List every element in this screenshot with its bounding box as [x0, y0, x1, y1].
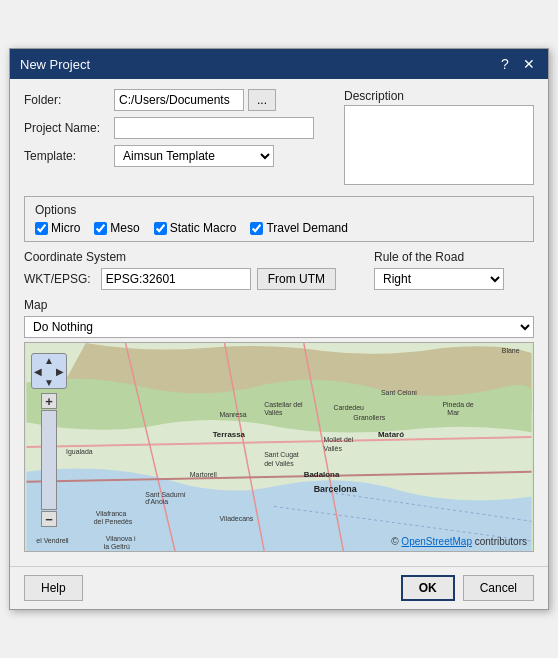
ok-button[interactable]: OK [401, 575, 455, 601]
template-select[interactable]: Aimsun Template [114, 145, 274, 167]
cancel-button[interactable]: Cancel [463, 575, 534, 601]
meso-checkbox[interactable] [94, 222, 107, 235]
top-section: Folder: ... Project Name: Template: Aims… [24, 89, 534, 188]
micro-label: Micro [51, 221, 80, 235]
options-legend: Options [35, 203, 523, 217]
travel-demand-label: Travel Demand [266, 221, 348, 235]
svg-text:Barcelona: Barcelona [314, 484, 358, 494]
title-bar: New Project ? ✕ [10, 49, 548, 79]
static-macro-label: Static Macro [170, 221, 237, 235]
rule-of-road-section: Rule of the Road Right Left [374, 250, 534, 290]
description-section: Description [344, 89, 534, 188]
pan-left-icon[interactable]: ◀ [32, 365, 44, 377]
map-controls: ▲ ▼ ◀ ▶ + − [31, 353, 67, 527]
svg-text:Sant Cugat: Sant Cugat [264, 451, 299, 459]
svg-text:del Penedès: del Penedès [94, 518, 133, 525]
project-name-label: Project Name: [24, 121, 114, 135]
map-container: Manresa Sant Celoni Igualada Terrassa Sa… [24, 342, 534, 552]
help-icon-button[interactable]: ? [496, 55, 514, 73]
dialog-title: New Project [20, 57, 90, 72]
svg-text:Mar: Mar [447, 409, 460, 416]
map-svg: Manresa Sant Celoni Igualada Terrassa Sa… [25, 343, 533, 551]
from-utm-button[interactable]: From UTM [257, 268, 336, 290]
template-label: Template: [24, 149, 114, 163]
osm-credit: © OpenStreetMap contributors [391, 536, 527, 547]
folder-label: Folder: [24, 93, 114, 107]
zoom-out-button[interactable]: − [41, 511, 57, 527]
map-label: Map [24, 298, 534, 312]
osm-suffix: contributors [472, 536, 527, 547]
svg-text:Viladecans: Viladecans [220, 515, 254, 522]
svg-text:Mataró: Mataró [378, 430, 404, 439]
osm-link[interactable]: OpenStreetMap [401, 536, 472, 547]
left-form: Folder: ... Project Name: Template: Aims… [24, 89, 334, 188]
map-section: Map Do Nothing Use Map [24, 298, 534, 552]
svg-text:Vallès: Vallès [264, 409, 283, 416]
meso-label: Meso [110, 221, 139, 235]
options-group: Options Micro Meso Static Macro Travel D… [24, 196, 534, 242]
browse-button[interactable]: ... [248, 89, 276, 111]
zoom-in-button[interactable]: + [41, 393, 57, 409]
pan-right-icon[interactable]: ▶ [54, 365, 66, 377]
template-row: Template: Aimsun Template [24, 145, 334, 167]
svg-text:Sant Celoni: Sant Celoni [381, 389, 417, 396]
svg-text:Blane: Blane [502, 347, 520, 354]
svg-text:la Geltrú: la Geltrú [104, 543, 130, 550]
svg-text:Martorell: Martorell [190, 471, 217, 478]
travel-demand-checkbox[interactable] [250, 222, 263, 235]
title-bar-buttons: ? ✕ [496, 55, 538, 73]
travel-demand-checkbox-label[interactable]: Travel Demand [250, 221, 348, 235]
static-macro-checkbox[interactable] [154, 222, 167, 235]
svg-text:Manresa: Manresa [220, 411, 247, 418]
svg-text:del Vallès: del Vallès [264, 460, 294, 467]
wkt-label: WKT/EPSG: [24, 272, 91, 286]
close-icon-button[interactable]: ✕ [520, 55, 538, 73]
svg-text:Cardedeu: Cardedeu [333, 404, 364, 411]
static-macro-checkbox-label[interactable]: Static Macro [154, 221, 237, 235]
help-button[interactable]: Help [24, 575, 83, 601]
svg-text:el Vendrell: el Vendrell [36, 537, 69, 544]
svg-text:Mollet del: Mollet del [324, 436, 354, 443]
svg-text:Igualada: Igualada [66, 448, 93, 456]
map-dropdown-row: Do Nothing Use Map [24, 316, 534, 338]
project-name-row: Project Name: [24, 117, 334, 139]
map-select[interactable]: Do Nothing Use Map [24, 316, 534, 338]
svg-text:Pineda de: Pineda de [442, 401, 473, 408]
svg-text:Badalona: Badalona [304, 470, 340, 479]
svg-text:d'Anoia: d'Anoia [145, 498, 168, 505]
osm-prefix: © [391, 536, 401, 547]
svg-text:Granollers: Granollers [353, 414, 385, 421]
wkt-row: WKT/EPSG: From UTM [24, 268, 354, 290]
svg-text:Vilafranca: Vilafranca [96, 510, 127, 517]
wkt-input[interactable] [101, 268, 251, 290]
svg-text:Vilanova i: Vilanova i [106, 535, 136, 542]
new-project-dialog: New Project ? ✕ Folder: ... Project Name… [9, 48, 549, 610]
svg-text:Castellar del: Castellar del [264, 401, 303, 408]
svg-text:Terrassa: Terrassa [213, 430, 246, 439]
coordinate-system-section: Coordinate System WKT/EPSG: From UTM [24, 250, 354, 290]
description-label: Description [344, 89, 534, 103]
folder-input[interactable] [114, 89, 244, 111]
coordinate-system-label: Coordinate System [24, 250, 354, 264]
footer-right-buttons: OK Cancel [401, 575, 534, 601]
options-row: Micro Meso Static Macro Travel Demand [35, 221, 523, 235]
dialog-body: Folder: ... Project Name: Template: Aims… [10, 79, 548, 566]
description-textarea[interactable] [344, 105, 534, 185]
meso-checkbox-label[interactable]: Meso [94, 221, 139, 235]
rule-of-road-label: Rule of the Road [374, 250, 534, 264]
rule-of-road-select[interactable]: Right Left [374, 268, 504, 290]
folder-row: Folder: ... [24, 89, 334, 111]
project-name-input[interactable] [114, 117, 314, 139]
svg-text:Vallès: Vallès [324, 445, 343, 452]
micro-checkbox-label[interactable]: Micro [35, 221, 80, 235]
pan-down-icon[interactable]: ▼ [43, 376, 55, 388]
pan-control: ▲ ▼ ◀ ▶ [31, 353, 67, 389]
zoom-scale [41, 410, 57, 510]
dialog-footer: Help OK Cancel [10, 566, 548, 609]
coord-rule-row: Coordinate System WKT/EPSG: From UTM Rul… [24, 250, 534, 290]
micro-checkbox[interactable] [35, 222, 48, 235]
svg-text:Sant Sadurní: Sant Sadurní [145, 491, 185, 498]
